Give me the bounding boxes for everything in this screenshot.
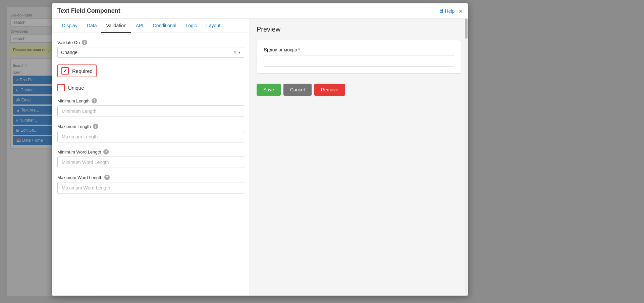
preview-card: Єрдоу or мокрр * bbox=[257, 40, 461, 74]
required-checkbox[interactable] bbox=[61, 67, 69, 75]
required-label: Required bbox=[72, 68, 93, 74]
required-row: Required bbox=[57, 64, 97, 77]
cancel-button[interactable]: Cancel bbox=[283, 84, 312, 96]
select-arrow-icon[interactable]: ▾ bbox=[238, 50, 240, 55]
unique-checkbox[interactable] bbox=[57, 84, 65, 91]
min-length-label: Minimum Length ? bbox=[57, 98, 244, 103]
validate-on-select[interactable]: Change × ▾ bbox=[57, 47, 244, 58]
tab-data[interactable]: Data bbox=[82, 19, 102, 33]
select-clear-icon[interactable]: × bbox=[233, 49, 236, 55]
tab-api[interactable]: API bbox=[131, 19, 148, 33]
preview-title: Preview bbox=[257, 26, 461, 33]
tab-logic[interactable]: Logic bbox=[181, 19, 202, 33]
preview-field-label: Єрдоу or мокрр * bbox=[264, 47, 454, 52]
modal-scrollbar-thumb bbox=[465, 18, 468, 39]
form-content: Validate On ? Change × ▾ Required bbox=[52, 33, 250, 296]
tabs-bar: Display Data Validation API Conditional … bbox=[52, 19, 250, 33]
min-word-length-input[interactable] bbox=[57, 157, 244, 168]
modal-header-actions: 🖥 Help × bbox=[438, 8, 463, 14]
modal-scrollbar[interactable] bbox=[465, 18, 468, 296]
modal-title: Text Field Component bbox=[57, 7, 120, 14]
tab-display[interactable]: Display bbox=[57, 19, 82, 33]
save-button[interactable]: Save bbox=[257, 84, 281, 96]
min-length-help-icon[interactable]: ? bbox=[92, 98, 97, 103]
modal-dialog: Text Field Component 🖥 Help × Display Da… bbox=[52, 3, 468, 296]
validate-on-help-icon[interactable]: ? bbox=[82, 40, 87, 45]
preview-input-field[interactable] bbox=[264, 55, 454, 67]
max-length-group: Maximum Length ? bbox=[57, 124, 244, 142]
preview-panel: Preview Єрдоу or мокрр * Save Cancel Rem… bbox=[250, 19, 468, 296]
close-button[interactable]: × bbox=[459, 8, 463, 14]
min-word-length-label: Minimum Word Length ? bbox=[57, 149, 244, 155]
min-word-length-help-icon[interactable]: ? bbox=[103, 149, 109, 155]
validate-on-value: Change bbox=[61, 50, 233, 55]
max-word-length-label: Maximum Word Length ? bbox=[57, 175, 244, 180]
max-length-label: Maximum Length ? bbox=[57, 124, 244, 129]
max-word-length-input[interactable] bbox=[57, 182, 244, 193]
unique-group: Unique bbox=[57, 84, 244, 91]
modal-body: Display Data Validation API Conditional … bbox=[52, 19, 468, 296]
max-word-length-help-icon[interactable]: ? bbox=[104, 175, 110, 180]
validate-on-group: Validate On ? Change × ▾ bbox=[57, 40, 244, 58]
form-panel: Display Data Validation API Conditional … bbox=[52, 19, 250, 296]
unique-label: Unique bbox=[68, 85, 84, 91]
help-button[interactable]: 🖥 Help bbox=[438, 8, 455, 14]
min-word-length-group: Minimum Word Length ? bbox=[57, 149, 244, 168]
max-word-length-group: Maximum Word Length ? bbox=[57, 175, 244, 193]
modal-header: Text Field Component 🖥 Help × bbox=[52, 3, 468, 19]
help-label: Help bbox=[445, 8, 455, 14]
tab-validation[interactable]: Validation bbox=[101, 19, 131, 33]
required-group: Required bbox=[57, 64, 244, 77]
validate-on-label: Validate On ? bbox=[57, 40, 244, 45]
required-star: * bbox=[298, 47, 300, 52]
tab-conditional[interactable]: Conditional bbox=[148, 19, 181, 33]
max-length-help-icon[interactable]: ? bbox=[93, 124, 98, 129]
unique-row: Unique bbox=[57, 84, 244, 91]
tab-layout[interactable]: Layout bbox=[202, 19, 225, 33]
action-buttons: Save Cancel Remove bbox=[257, 84, 461, 96]
min-length-group: Minimum Length ? bbox=[57, 98, 244, 117]
remove-button[interactable]: Remove bbox=[314, 84, 345, 96]
help-icon: 🖥 bbox=[438, 8, 444, 14]
min-length-input[interactable] bbox=[57, 105, 244, 117]
max-length-input[interactable] bbox=[57, 131, 244, 142]
